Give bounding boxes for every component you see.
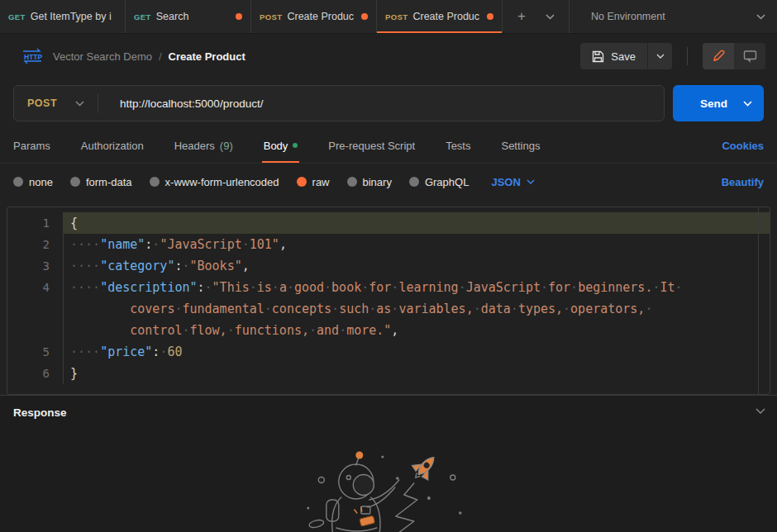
code-line[interactable]: ····"category":·"Books", [64, 255, 770, 277]
documentation-button-group [703, 43, 765, 69]
method-badge: GET [134, 12, 151, 21]
environment-label: No Environment [591, 11, 665, 22]
open-request-tab[interactable]: GETSearch [126, 0, 251, 33]
chevron-down-icon [656, 54, 665, 59]
whitespace-dot: · [324, 280, 331, 295]
tab-label: Headers [174, 140, 215, 152]
body-type-form-data[interactable]: form-data [70, 176, 132, 188]
chevron-down-icon [75, 101, 84, 107]
beautify-link[interactable]: Beautify [722, 176, 764, 188]
open-request-tab[interactable]: POSTCreate Produc [377, 0, 503, 33]
request-header: HTTP Vector Search Demo / Create Product… [0, 34, 777, 78]
code-line[interactable]: ····"name":·"JavaScript·101", [64, 234, 770, 255]
editor-overview-ruler [758, 207, 759, 394]
radio-icon [409, 177, 419, 187]
cookies-link[interactable]: Cookies [722, 140, 764, 152]
whitespace-dot: · [78, 259, 85, 273]
whitespace-dot: · [182, 259, 189, 273]
request-section-tabs: ParamsAuthorizationHeaders(9)BodyPre-req… [0, 128, 777, 164]
response-title: Response [13, 406, 67, 419]
line-number [7, 298, 64, 320]
tab-body[interactable]: Body [264, 128, 298, 163]
option-label: form-data [86, 176, 132, 188]
tab-label: Body [264, 140, 288, 152]
comments-button[interactable] [734, 43, 765, 69]
body-type-x-www-form-urlencoded[interactable]: x-www-form-urlencoded [150, 176, 279, 188]
option-label: GraphQL [425, 176, 469, 188]
tab-title: Get ItemType by i [31, 11, 117, 22]
line-number: 2 [7, 234, 64, 255]
method-selector[interactable]: POST [14, 97, 98, 109]
chevron-down-icon [546, 14, 555, 20]
whitespace-dot: · [78, 280, 85, 295]
new-tab-button[interactable]: + [509, 5, 534, 28]
whitespace-dot: · [331, 302, 339, 316]
editor-line: control·flow,·functions,·and·more.", [7, 320, 770, 341]
body-type-none[interactable]: none [13, 176, 53, 188]
code-line[interactable]: } [64, 363, 770, 384]
editor-line: 4····"description":·"This·is·a·good·book… [7, 277, 770, 298]
whitespace-dot: · [511, 302, 518, 316]
tab-label: Authorization [81, 140, 144, 152]
whitespace-dot: · [309, 323, 317, 338]
tab-tests[interactable]: Tests [446, 128, 470, 163]
tab-label: Tests [446, 140, 470, 152]
whitespace-dot: · [227, 323, 235, 338]
open-request-tab[interactable]: POSTCreate Produc [251, 0, 377, 33]
tab-label: Pre-request Script [328, 140, 415, 152]
tab-title: Create Produc [412, 11, 482, 22]
breadcrumb-collection[interactable]: Vector Search Demo [53, 50, 152, 63]
save-button[interactable]: Save [580, 43, 647, 69]
whitespace-dot: · [369, 302, 376, 316]
editor-line: 5····"price":·60 [7, 341, 770, 363]
tab-params[interactable]: Params [13, 128, 50, 163]
whitespace-dot: · [70, 259, 78, 273]
request-tabs-list: GETGet ItemType by iGETSearchPOSTCreate … [0, 0, 503, 33]
response-panel: Response [0, 395, 777, 532]
method-badge: POST [260, 12, 282, 21]
code-line[interactable]: control·flow,·functions,·and·more.", [64, 320, 770, 341]
whitespace-dot: · [361, 280, 369, 295]
save-options-button[interactable] [647, 43, 672, 69]
breadcrumb-separator: / [159, 50, 162, 63]
open-request-tab[interactable]: GETGet ItemType by i [0, 0, 126, 33]
url-field: POST http://localhost:5000/product/ [13, 85, 665, 121]
breadcrumb: Vector Search Demo / Create Product [53, 50, 572, 63]
tab-settings[interactable]: Settings [501, 128, 540, 163]
body-type-raw[interactable]: raw [297, 176, 330, 188]
environment-selector[interactable]: No Environment [570, 0, 777, 33]
tab-label: Settings [501, 140, 540, 152]
whitespace-dot: · [85, 344, 93, 359]
url-input[interactable]: http://localhost:5000/product/ [98, 97, 664, 110]
tab-pre-request-script[interactable]: Pre-request Script [328, 128, 415, 163]
pencil-icon [712, 50, 725, 63]
unsaved-changes-dot [236, 13, 242, 20]
format-selector[interactable]: JSON [491, 176, 534, 188]
tab-label: Params [13, 140, 50, 152]
whitespace-dot: · [242, 237, 250, 252]
tab-headers[interactable]: Headers(9) [174, 128, 233, 163]
send-button[interactable]: Send [673, 85, 764, 121]
request-body-editor[interactable]: 1{2····"name":·"JavaScript·101",3····"ca… [7, 207, 770, 395]
collapse-response-chevron-icon[interactable] [756, 408, 765, 415]
whitespace-dot: · [78, 344, 85, 359]
method-badge: GET [8, 12, 26, 21]
breadcrumb-request-name[interactable]: Create Product [169, 50, 245, 63]
edit-documentation-button[interactable] [703, 43, 734, 69]
editor-line: 2····"name":·"JavaScript·101", [7, 234, 770, 255]
tab-list-chevron-button[interactable] [537, 5, 562, 28]
tab-authorization[interactable]: Authorization [81, 128, 144, 163]
code-line[interactable]: ····"description":·"This·is·a·good·book·… [64, 277, 770, 298]
code-line[interactable]: covers·fundamental·concepts·such·as·vari… [64, 298, 770, 320]
radio-icon [13, 177, 23, 187]
whitespace-dot: · [70, 344, 78, 359]
tab-title: Search [156, 11, 231, 22]
line-number: 1 [7, 212, 64, 234]
code-line[interactable]: ····"price":·60 [64, 341, 770, 363]
whitespace-dot: · [645, 302, 652, 316]
body-type-graphql[interactable]: GraphQL [409, 176, 469, 188]
comment-icon [743, 50, 757, 63]
line-number: 4 [7, 277, 64, 298]
code-line[interactable]: { [64, 212, 770, 234]
body-type-binary[interactable]: binary [347, 176, 392, 188]
